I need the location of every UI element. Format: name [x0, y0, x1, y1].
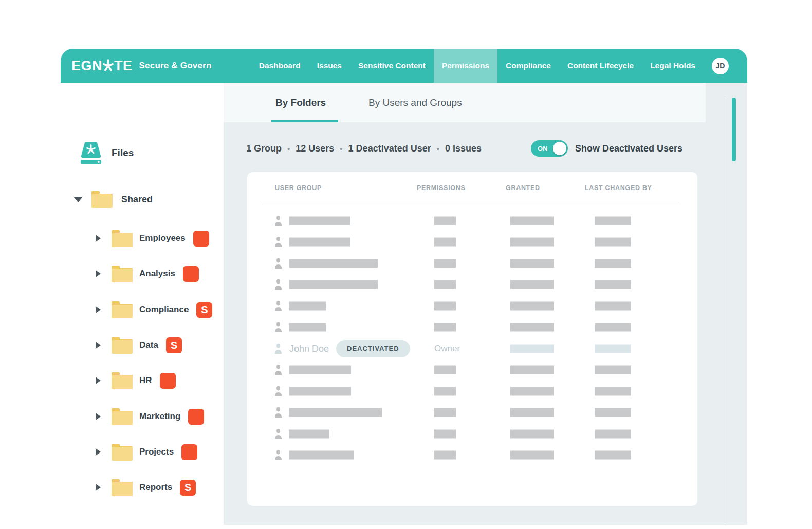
last-changed-placeholder	[595, 280, 631, 289]
chevron-down-icon[interactable]	[73, 197, 83, 202]
show-deactivated-toggle[interactable]: ON	[531, 140, 568, 157]
granted-placeholder	[510, 238, 554, 247]
folder-label: Analysis	[139, 269, 175, 279]
user-name-placeholder	[289, 216, 350, 225]
last-changed-placeholder	[595, 301, 631, 310]
egnyte-mark-icon	[103, 59, 114, 73]
sidebar-folder-item-analysis[interactable]: Analysis	[96, 263, 199, 284]
nav-item-compliance[interactable]: Compliance	[497, 49, 559, 83]
user-name-placeholder	[289, 280, 378, 289]
permission-value: Owner	[434, 344, 460, 354]
last-changed-placeholder	[595, 323, 631, 332]
user-icon	[274, 343, 283, 354]
chevron-right-icon[interactable]	[96, 235, 101, 242]
sidebar-folder-item-marketing[interactable]: Marketing	[96, 406, 204, 427]
sidebar-folder-item-compliance[interactable]: Compliance S	[96, 299, 212, 320]
user-name-placeholder	[289, 259, 378, 268]
stat-0-issues: 0 Issues	[445, 143, 482, 154]
permission-placeholder	[434, 280, 456, 289]
chevron-right-icon[interactable]	[96, 484, 101, 491]
folder-label: Projects	[139, 447, 174, 457]
toggle-knob[interactable]	[553, 142, 566, 155]
user-icon	[274, 258, 283, 269]
table-row	[247, 274, 697, 296]
toggle-wrap: ON Show Deactivated Users	[531, 140, 682, 157]
granted-placeholder	[510, 301, 554, 310]
granted-placeholder	[510, 366, 554, 374]
permission-placeholder	[434, 429, 456, 438]
chevron-right-icon[interactable]	[96, 448, 101, 456]
chevron-right-icon[interactable]	[96, 413, 101, 420]
top-nav: DashboardIssuesSensitive ContentPermissi…	[251, 49, 704, 83]
logo-text-prefix: EGN	[71, 58, 102, 74]
sidebar-item-shared[interactable]: Shared	[73, 188, 153, 211]
sidebar-folder-item-hr[interactable]: HR	[96, 370, 176, 391]
toggle-state-label: ON	[538, 145, 548, 153]
user-icon	[274, 428, 283, 439]
last-changed-placeholder	[595, 451, 631, 460]
table-row	[247, 423, 697, 445]
sidebar-folder-item-reports[interactable]: Reports S	[96, 477, 196, 498]
user-avatar[interactable]: JD	[712, 58, 729, 74]
nav-item-legal-holds[interactable]: Legal Holds	[642, 49, 704, 83]
stats-row: 1 Group•12 Users•1 Deactivated User•0 Is…	[246, 139, 482, 158]
sensitive-badge	[183, 266, 199, 282]
user-name-placeholder	[289, 366, 351, 374]
granted-placeholder	[510, 429, 554, 438]
scrollbar-thumb[interactable]	[732, 98, 736, 161]
top-header: EGN TE Secure & Govern DashboardIssuesSe…	[61, 49, 747, 83]
granted-placeholder	[510, 323, 554, 332]
chevron-right-icon[interactable]	[96, 306, 101, 313]
user-icon	[274, 215, 283, 226]
right-divider-line	[725, 98, 725, 525]
nav-item-issues[interactable]: Issues	[309, 49, 350, 83]
table-row	[247, 402, 697, 424]
sensitive-badge	[181, 444, 197, 460]
nav-item-sensitive-content[interactable]: Sensitive Content	[350, 49, 434, 83]
granted-placeholder	[510, 259, 554, 268]
chevron-right-icon[interactable]	[96, 342, 101, 349]
column-header-granted: GRANTED	[506, 184, 540, 192]
folder-label: Marketing	[139, 411, 180, 422]
last-changed-placeholder	[595, 366, 631, 374]
sidebar-item-files[interactable]: Files	[80, 141, 134, 165]
table-row	[247, 360, 697, 381]
column-header-permissions: PERMISSIONS	[417, 184, 466, 192]
user-name-placeholder	[289, 387, 351, 395]
chevron-right-icon[interactable]	[96, 377, 101, 384]
user-icon	[274, 386, 283, 396]
tab-by-users-and-groups[interactable]: By Users and Groups	[368, 83, 462, 122]
granted-placeholder	[510, 387, 554, 395]
table-row	[247, 445, 697, 466]
tab-by-folders[interactable]: By Folders	[275, 83, 326, 122]
table-row	[247, 210, 697, 232]
last-changed-placeholder	[595, 429, 631, 438]
user-icon	[274, 365, 283, 375]
granted-placeholder	[510, 344, 554, 353]
granted-placeholder	[510, 451, 554, 460]
nav-item-content-lifecycle[interactable]: Content Lifecycle	[559, 49, 642, 83]
nav-item-dashboard[interactable]: Dashboard	[251, 49, 309, 83]
sensitive-badge: S	[166, 337, 182, 353]
chevron-right-icon[interactable]	[96, 270, 101, 277]
user-name-placeholder	[289, 323, 326, 332]
folder-icon	[112, 301, 133, 318]
sidebar-folder-item-data[interactable]: Data S	[96, 335, 182, 355]
granted-placeholder	[510, 408, 554, 417]
user-name-placeholder	[289, 408, 382, 417]
product-name: Secure & Govern	[139, 61, 212, 71]
user-icon	[274, 279, 283, 290]
nav-item-permissions[interactable]: Permissions	[434, 49, 497, 83]
user-name-placeholder	[289, 451, 354, 460]
user-name-placeholder	[289, 429, 329, 438]
folder-label: Reports	[139, 482, 172, 493]
last-changed-placeholder	[595, 216, 631, 225]
sensitive-badge: S	[180, 480, 196, 496]
permission-placeholder	[434, 301, 456, 310]
last-changed-placeholder	[595, 408, 631, 417]
table-rows: John Doe DEACTIVATED Owner	[247, 210, 697, 466]
permission-placeholder	[434, 259, 456, 268]
table-header-divider	[263, 204, 681, 204]
sidebar-folder-item-projects[interactable]: Projects	[96, 442, 197, 462]
sidebar-folder-item-employees[interactable]: Employees	[96, 228, 209, 249]
